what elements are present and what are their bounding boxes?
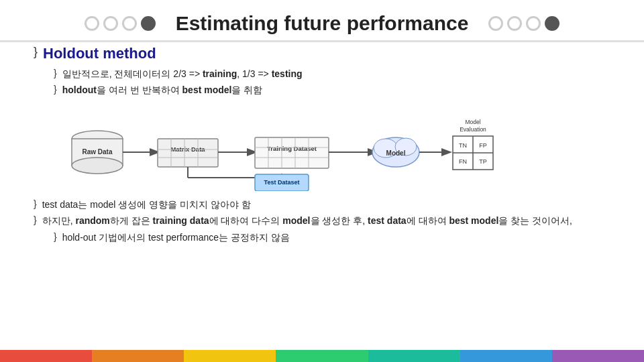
bottom-bullets: } test data는 model 생성에 영향을 미치지 않아야 함 } 하…: [34, 198, 610, 245]
bar-green: [276, 350, 368, 362]
svg-text:Model: Model: [386, 149, 406, 157]
svg-rect-13: [255, 137, 329, 168]
bottom-bullet-text-2: 하지만, random하게 잡은 training data에 대하여 다수의 …: [42, 214, 572, 229]
sub-sub-bullet-1: } hold-out 기법에서의 test performance는 공정하지 …: [54, 231, 610, 245]
sub-bullet-text-2: holdout을 여러 번 반복하여 best model을 취함: [62, 83, 263, 97]
svg-text:Test Dataset: Test Dataset: [264, 179, 300, 186]
bullet-arrow-main: }: [34, 44, 38, 60]
svg-text:TP: TP: [479, 158, 487, 165]
bottom-arrow-1: }: [34, 198, 37, 211]
title-underline: [0, 40, 644, 42]
bar-blue: [460, 350, 552, 362]
circles-left: [85, 16, 156, 31]
bar-orange: [92, 350, 184, 362]
svg-text:Raw Data: Raw Data: [82, 148, 112, 156]
sub-bullet-2: } holdout을 여러 번 반복하여 best model을 취함: [54, 83, 610, 97]
bottom-bullet-text-1: test data는 model 생성에 영향을 미치지 않아야 함: [42, 198, 251, 213]
main-content: } Holdout method } 일반적으로, 전체데이터의 2/3 => …: [34, 44, 610, 322]
bar-yellow: [184, 350, 276, 362]
circle-8: [545, 16, 559, 31]
circle-3: [122, 16, 137, 31]
svg-text:Training Dataset: Training Dataset: [267, 145, 317, 152]
svg-text:TN: TN: [459, 142, 467, 149]
bottom-bar: [0, 350, 644, 362]
svg-text:FP: FP: [479, 142, 487, 149]
sub-arrow-1: }: [54, 67, 57, 80]
circle-5: [488, 16, 503, 31]
bottom-bullet-2: } 하지만, random하게 잡은 training data에 대하여 다수…: [34, 214, 610, 229]
section-title: Holdout method: [43, 44, 156, 64]
sub-bullet-1: } 일반적으로, 전체데이터의 2/3 => training, 1/3 => …: [54, 67, 610, 81]
sub-sub-arrow-1: }: [54, 231, 57, 244]
sub-sub-bullet-text-1: hold-out 기법에서의 test performance는 공정하지 않음: [62, 231, 290, 245]
diagram-svg: Raw Data Matrix Data Training Dataset: [54, 104, 557, 191]
bar-purple: [552, 350, 644, 362]
circle-7: [526, 16, 541, 31]
circle-1: [85, 16, 99, 31]
sub-bullets: } 일반적으로, 전체데이터의 2/3 => training, 1/3 => …: [54, 67, 610, 97]
diagram-area: Raw Data Matrix Data Training Dataset: [54, 104, 610, 191]
sub-arrow-2: }: [54, 83, 57, 97]
circle-6: [507, 16, 522, 31]
bottom-bullet-1: } test data는 model 생성에 영향을 미치지 않아야 함: [34, 198, 610, 213]
svg-rect-5: [158, 139, 218, 167]
svg-text:Evaluation: Evaluation: [460, 126, 486, 133]
sub-bullet-text-1: 일반적으로, 전체데이터의 2/3 => training, 1/3 => te…: [62, 67, 303, 81]
svg-text:FN: FN: [459, 158, 467, 165]
circles-right: [488, 16, 559, 31]
sub-sub-bullets: } hold-out 기법에서의 test performance는 공정하지 …: [54, 231, 610, 245]
header: Estimating future performance: [0, 12, 644, 35]
svg-point-2: [72, 158, 123, 174]
svg-text:Model: Model: [465, 119, 480, 125]
bar-teal: [368, 350, 460, 362]
section-heading-row: } Holdout method: [34, 44, 610, 64]
circle-2: [103, 16, 118, 31]
circle-4: [141, 16, 156, 31]
bar-red: [0, 350, 92, 362]
page-title: Estimating future performance: [156, 12, 489, 35]
bottom-arrow-2: }: [34, 214, 37, 227]
